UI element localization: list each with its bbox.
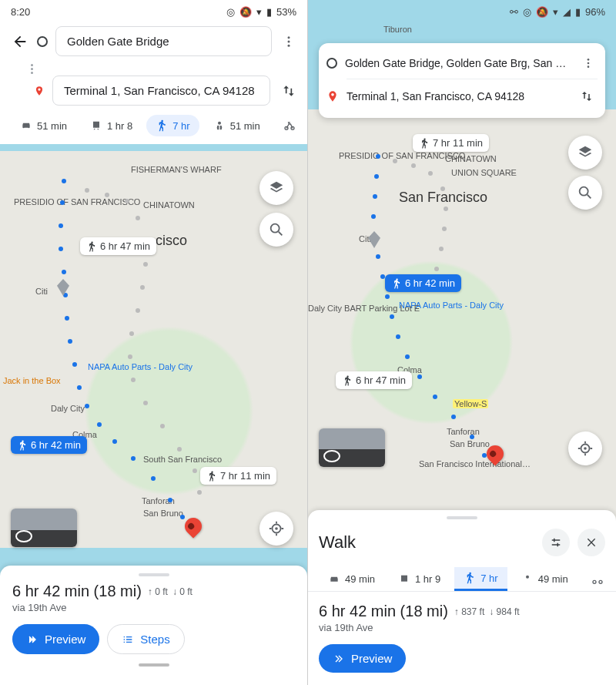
mode-transit[interactable]: 1 hr 8 xyxy=(81,115,142,136)
route-selected-badge[interactable]: 6 hr 42 min xyxy=(11,436,87,454)
svg-point-13 xyxy=(584,447,587,450)
origin-field[interactable]: Golden Gate Bridge, Golden Gate Brg, San… xyxy=(345,57,571,69)
mode-drive[interactable]: 49 min xyxy=(319,567,384,591)
route-alt-badge[interactable]: 7 hr 11 min xyxy=(200,467,276,485)
car-icon xyxy=(20,119,32,132)
map-label: Tanforan xyxy=(447,427,480,436)
mode-time: 49 min xyxy=(538,573,568,585)
route-time: 6 hr 47 min xyxy=(100,240,150,252)
svg-point-7 xyxy=(275,527,278,530)
battery-text: 96% xyxy=(585,6,605,18)
preview-button[interactable]: Preview xyxy=(12,624,99,654)
route-summary-sheet[interactable]: 6 hr 42 min (18 mi) ↑ 0 ft ↓ 0 ft via 19… xyxy=(0,566,307,685)
rideshare-icon xyxy=(213,119,226,132)
mode-time: 1 hr 9 xyxy=(415,573,440,585)
svg-point-10 xyxy=(588,65,590,68)
crosshair-icon xyxy=(577,440,594,457)
walk-icon xyxy=(464,572,476,584)
map-label: San Bruno xyxy=(143,509,183,518)
layers-icon xyxy=(577,144,594,161)
overflow-button[interactable] xyxy=(280,32,298,51)
mode-transit[interactable]: 1 hr 9 xyxy=(389,567,450,591)
list-icon xyxy=(122,633,134,646)
search-on-map-button[interactable] xyxy=(259,213,293,247)
nav-handle xyxy=(139,663,169,667)
destination-field[interactable]: Terminal 1, San Francisco, CA 94128 xyxy=(52,76,270,106)
layers-button[interactable] xyxy=(259,171,293,205)
waypoint-dots xyxy=(31,64,33,74)
back-button[interactable] xyxy=(11,32,29,51)
route-alt-badge[interactable]: 6 hr 47 min xyxy=(336,371,412,389)
search-on-map-button[interactable] xyxy=(568,176,602,210)
origin-field[interactable]: Golden Gate Bridge xyxy=(55,26,272,56)
walk-sheet[interactable]: Walk 49 min 1 hr 9 7 hr xyxy=(308,510,616,685)
walk-icon xyxy=(391,278,402,289)
drag-handle[interactable] xyxy=(447,516,477,519)
mode-rideshare[interactable]: 49 min xyxy=(512,567,578,591)
via-text: via 19th Ave xyxy=(12,602,295,613)
map-label: Daly City BART Parking Lot E xyxy=(308,304,420,313)
walk-icon xyxy=(419,138,430,149)
options-button[interactable] xyxy=(542,529,570,556)
mode-bike[interactable]: 2 hr 4 xyxy=(274,115,300,136)
chevrons-icon xyxy=(333,653,345,665)
my-location-button[interactable] xyxy=(259,512,293,546)
search-icon xyxy=(577,184,594,201)
route-alt-badge[interactable]: 6 hr 47 min xyxy=(80,237,156,255)
left-screenshot: FISHERMAN'S WHARF PRESIDIO OF SAN FRANCI… xyxy=(0,0,308,685)
swap-button[interactable] xyxy=(576,86,598,107)
map-label: CHINATOWN xyxy=(445,154,497,163)
battery-icon: ▮ xyxy=(575,6,581,18)
mode-time: 51 min xyxy=(37,120,67,132)
car-icon xyxy=(328,573,340,586)
elevation: ↑ 0 ft ↓ 0 ft xyxy=(148,586,192,597)
streetview-thumbnail[interactable] xyxy=(319,428,385,467)
overflow-button[interactable] xyxy=(579,54,598,72)
mode-drive[interactable]: 51 min xyxy=(11,115,76,136)
route-time: 6 hr 47 min xyxy=(356,374,406,386)
mode-time: 49 min xyxy=(345,573,375,585)
svg-point-8 xyxy=(588,59,590,61)
poi-label: NAPA Auto Parts - Daly City xyxy=(88,362,192,371)
close-icon xyxy=(585,536,598,549)
steps-button[interactable]: Steps xyxy=(107,624,184,654)
destination-icon xyxy=(326,89,339,103)
map-label: PRESIDIO OF SAN FRANCISCO xyxy=(14,197,140,207)
mode-walk[interactable]: 7 hr xyxy=(146,115,199,136)
wifi-icon: ▾ xyxy=(256,6,262,18)
preview-button[interactable]: Preview xyxy=(319,644,406,673)
link-icon: ⚯ xyxy=(510,6,518,18)
poi-label: Jack in the Box xyxy=(3,376,61,385)
location-icon: ◎ xyxy=(226,6,235,18)
mute-icon: 🔕 xyxy=(239,6,252,18)
map-label: FISHERMAN'S WHARF xyxy=(131,165,222,174)
my-location-button[interactable] xyxy=(568,431,602,465)
svg-point-1 xyxy=(288,40,290,42)
svg-point-2 xyxy=(288,44,290,46)
origin-icon xyxy=(326,58,337,69)
sliders-icon xyxy=(549,536,563,549)
walk-icon xyxy=(86,241,97,252)
map-label: Citi xyxy=(35,287,48,296)
swap-button[interactable] xyxy=(278,80,300,102)
search-card: Golden Gate Bridge, Golden Gate Brg, San… xyxy=(319,43,605,118)
bike-icon xyxy=(591,573,604,586)
destination-field[interactable]: Terminal 1, San Francisco, CA 94128 xyxy=(346,90,568,102)
map-label: San Francisco xyxy=(399,190,487,206)
drag-handle[interactable] xyxy=(139,573,169,576)
route-time: 6 hr 42 min xyxy=(405,277,455,289)
walk-icon xyxy=(17,440,28,451)
layers-button[interactable] xyxy=(568,136,602,170)
travel-mode-row: 51 min 1 hr 8 7 hr 51 min 2 hr 4 xyxy=(8,109,300,144)
status-bar: ⚯ ◎ 🔕 ▾ ◢ ▮ 96% xyxy=(308,0,616,23)
route-alt-badge[interactable]: 7 hr 11 min xyxy=(413,134,489,152)
close-button[interactable] xyxy=(578,529,605,556)
route-selected-badge[interactable]: 6 hr 42 min xyxy=(385,274,461,292)
transit-icon xyxy=(398,573,410,586)
mode-walk[interactable]: 7 hr xyxy=(454,567,507,591)
mode-rideshare[interactable]: 51 min xyxy=(204,115,270,136)
mode-bike[interactable]: 2 hr 4 xyxy=(582,567,605,591)
transit-icon xyxy=(90,119,102,132)
mode-time: 7 hr xyxy=(172,120,189,132)
streetview-thumbnail[interactable] xyxy=(11,509,77,547)
